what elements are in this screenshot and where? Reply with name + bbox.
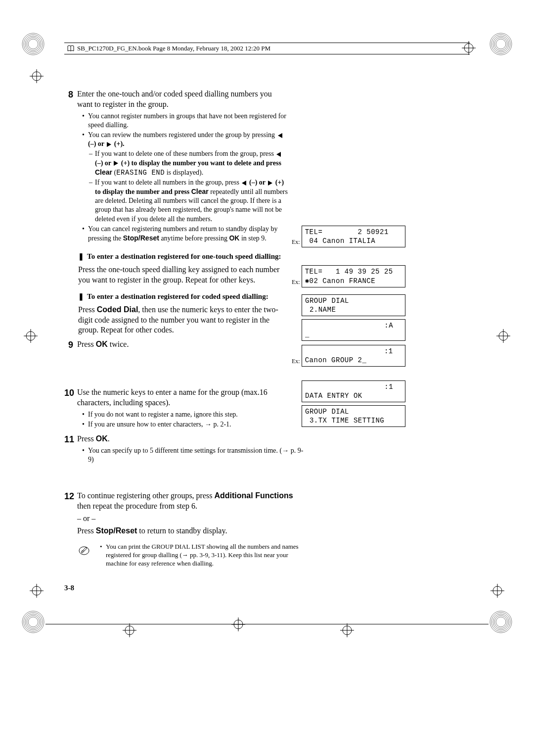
- square-bullet-icon: ❚: [78, 253, 84, 260]
- crop-target-icon: [24, 329, 38, 343]
- step-number: 11: [64, 434, 77, 445]
- svg-point-4: [22, 33, 44, 55]
- ex-label: Ex:: [292, 238, 300, 246]
- step-8-dash-2: If you want to delete all numbers in the…: [95, 178, 290, 224]
- step-11-text: Press OK.: [77, 434, 400, 444]
- lcd-display: :1 Canon GROUP 2_: [302, 345, 405, 367]
- svg-point-15: [496, 617, 506, 627]
- triangle-right-icon: [107, 142, 111, 147]
- svg-point-10: [28, 617, 38, 627]
- registration-mark-icon: [22, 33, 44, 55]
- ex-label: Ex:: [292, 279, 300, 286]
- svg-point-6: [494, 38, 507, 50]
- subpara-coded: Press Coded Dial, then use the numeric k…: [78, 305, 281, 335]
- page-number: 3-8: [64, 583, 74, 593]
- step-11: 11 Press OK. You can specify up to 5 dif…: [64, 434, 400, 466]
- step-12: 12 To continue registering other groups,…: [64, 491, 400, 538]
- svg-point-3: [24, 35, 43, 53]
- crop-line: [45, 624, 489, 624]
- registration-mark-icon: [490, 33, 512, 55]
- lcd-display: TEL= 2 50921 04 Canon ITALIA: [302, 226, 405, 247]
- step-number: 10: [64, 387, 77, 399]
- lcd-example-3: Ex: :1 Canon GROUP 2_: [292, 345, 408, 367]
- crop-target-icon: [123, 623, 136, 637]
- svg-point-14: [22, 611, 44, 633]
- lcd-display: GROUP DIAL 2.NAME: [302, 294, 405, 316]
- step-number: 8: [64, 89, 77, 100]
- crop-target-icon: [462, 41, 476, 55]
- svg-point-2: [25, 36, 41, 52]
- registration-mark-icon: [490, 611, 512, 633]
- svg-point-18: [491, 613, 510, 631]
- triangle-left-icon: [242, 181, 246, 186]
- step-number: 12: [64, 491, 77, 502]
- svg-point-7: [493, 36, 509, 52]
- step-number: 9: [64, 339, 77, 351]
- registration-mark-icon: [22, 611, 44, 633]
- step-10-bullet-2: If you are unsure how to enter character…: [88, 420, 285, 429]
- svg-point-19: [490, 611, 512, 633]
- step-8: 8 Enter the one-touch and/or coded speed…: [64, 89, 400, 245]
- crop-target-icon: [490, 584, 504, 598]
- triangle-left-icon: [278, 133, 282, 138]
- lcd-stack-step11: :1 DATA ENTRY OK GROUP DIAL 3.TX TIME SE…: [292, 380, 408, 427]
- crop-target-icon: [231, 617, 245, 631]
- triangle-left-icon: [276, 152, 281, 157]
- step-12-text-1: To continue registering other groups, pr…: [77, 491, 305, 512]
- step-8-bullet-2: You can review the numbers registered un…: [88, 131, 290, 224]
- lcd-examples-column: Ex: TEL= 2 50921 04 Canon ITALIA Ex: TEL…: [292, 226, 408, 430]
- step-10-text: Use the numeric keys to enter a name for…: [77, 387, 285, 408]
- subpara-onetouch: Press the one-touch speed dialling key a…: [78, 265, 281, 285]
- crop-target-icon: [340, 623, 354, 637]
- step-11-bullet-1: You can specify up to 5 different time s…: [88, 446, 305, 464]
- crop-target-icon: [30, 584, 44, 598]
- step-8-dash-1: If you want to delete one of these numbe…: [95, 149, 290, 177]
- lcd-example-2: Ex: TEL= 1 49 39 25 25 ✱02 Canon FRANCE: [292, 265, 408, 287]
- step-8-bullet-3: You can cancel registering numbers and r…: [88, 225, 290, 243]
- svg-point-17: [493, 614, 509, 630]
- svg-point-8: [491, 35, 510, 53]
- svg-point-11: [27, 615, 40, 628]
- step-8-bullet-1: You cannot register numbers in groups th…: [88, 112, 290, 130]
- step-12-text-2: Press Stop/Reset to return to standby di…: [77, 526, 400, 536]
- lcd-example-1: Ex: TEL= 2 50921 04 Canon ITALIA: [292, 226, 408, 247]
- note-pencil-icon: [78, 544, 90, 556]
- svg-point-1: [27, 38, 40, 50]
- book-icon: [67, 45, 74, 52]
- svg-point-12: [25, 614, 41, 630]
- svg-point-9: [490, 33, 512, 55]
- running-head-text: SB_PC1270D_FG_EN.book Page 8 Monday, Feb…: [77, 45, 270, 53]
- running-head-frame: SB_PC1270D_FG_EN.book Page 8 Monday, Feb…: [64, 43, 470, 54]
- svg-point-16: [494, 615, 507, 628]
- step-8-text: Enter the one-touch and/or coded speed d…: [77, 89, 282, 110]
- svg-point-5: [496, 39, 506, 49]
- lcd-stack-step9: GROUP DIAL 2.NAME :A _: [292, 294, 408, 341]
- square-bullet-icon: ❚: [78, 293, 84, 300]
- note-block: You can print the GROUP DIAL LIST showin…: [78, 543, 400, 569]
- triangle-right-icon: [114, 161, 118, 166]
- lcd-display: :A _: [302, 319, 405, 341]
- lcd-display: :1 DATA ENTRY OK: [302, 380, 405, 402]
- lcd-display: GROUP DIAL 3.TX TIME SETTING: [302, 405, 405, 427]
- note-bullet-1: You can print the GROUP DIAL LIST showin…: [106, 543, 312, 568]
- crop-target-icon: [30, 69, 44, 83]
- lcd-display: TEL= 1 49 39 25 25 ✱02 Canon FRANCE: [302, 265, 405, 287]
- svg-point-0: [28, 39, 38, 49]
- step-10-bullet-1: If you do not want to register a name, i…: [88, 410, 285, 419]
- svg-point-13: [24, 613, 43, 631]
- triangle-right-icon: [268, 181, 272, 186]
- step-12-or: – or –: [77, 514, 400, 524]
- crop-target-icon: [496, 329, 510, 343]
- ex-label: Ex:: [292, 358, 300, 366]
